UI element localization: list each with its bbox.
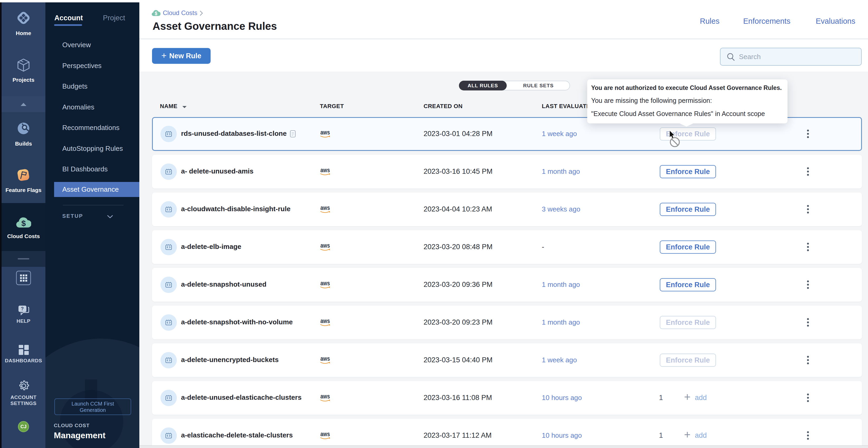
svg-text:aws: aws [320, 243, 330, 249]
svg-text:aws: aws [320, 356, 330, 362]
svg-text:$: $ [21, 219, 26, 228]
svg-text:aws: aws [320, 281, 330, 287]
svg-text:aws: aws [320, 205, 330, 211]
svg-text:aws: aws [320, 130, 330, 136]
svg-text:$: $ [155, 11, 157, 16]
svg-text:?: ? [21, 306, 24, 311]
svg-text:aws: aws [320, 432, 330, 438]
svg-text:aws: aws [320, 167, 330, 173]
svg-text:aws: aws [320, 394, 330, 400]
svg-text:aws: aws [320, 318, 330, 324]
